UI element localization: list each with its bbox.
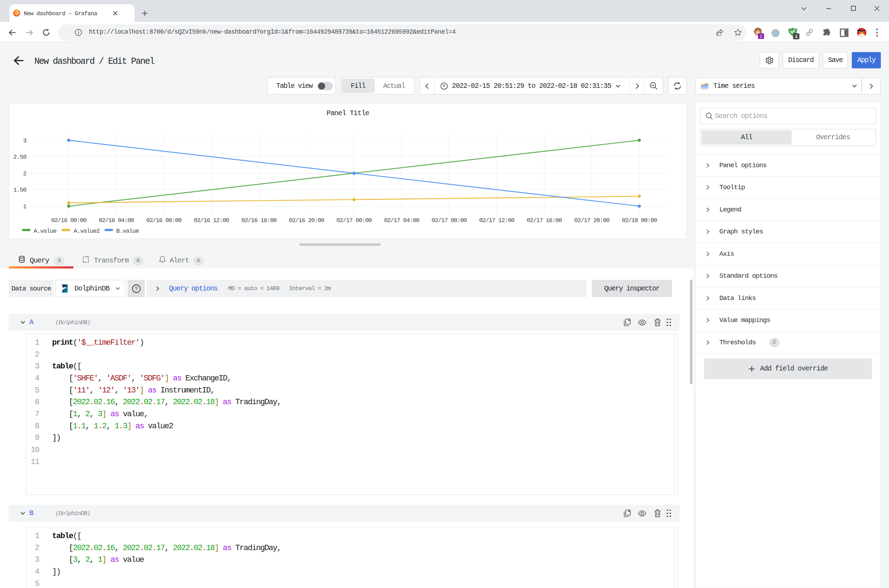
svg-text:02/17 08:00: 02/17 08:00 [432,217,467,224]
svg-text:4: 4 [795,34,798,40]
svg-text:02/16 08:00: 02/16 08:00 [146,217,182,224]
svg-text:02/17 12:00: 02/17 12:00 [479,217,515,224]
svg-text:02/16 16:00: 02/16 16:00 [241,217,277,224]
svg-text:A.value2: A.value2 [73,228,99,234]
svg-text:2.50: 2.50 [13,154,27,160]
svg-text:1: 1 [23,203,27,210]
svg-text:?: ? [135,286,138,292]
svg-text:02/17 00:00: 02/17 00:00 [336,217,372,224]
svg-text:B.value: B.value [116,228,139,234]
svg-text:02/16 12:00: 02/16 12:00 [194,217,229,224]
svg-text:2: 2 [23,170,26,177]
svg-text:02/17 16:00: 02/17 16:00 [527,217,562,224]
svg-text:1: 1 [760,34,763,39]
svg-text:Panel Title: Panel Title [327,109,369,117]
svg-text:A.value: A.value [34,228,57,234]
svg-text:02/17 20:00: 02/17 20:00 [574,217,610,224]
svg-text:02/17 04:00: 02/17 04:00 [384,217,419,224]
svg-text:02/16 20:00: 02/16 20:00 [289,217,324,224]
svg-text:02/16 00:00: 02/16 00:00 [51,217,86,224]
svg-text:02/18 00:00: 02/18 00:00 [622,217,657,224]
svg-text:3: 3 [23,137,27,144]
svg-text:1.50: 1.50 [13,187,27,194]
svg-text:02/16 04:00: 02/16 04:00 [99,217,134,224]
